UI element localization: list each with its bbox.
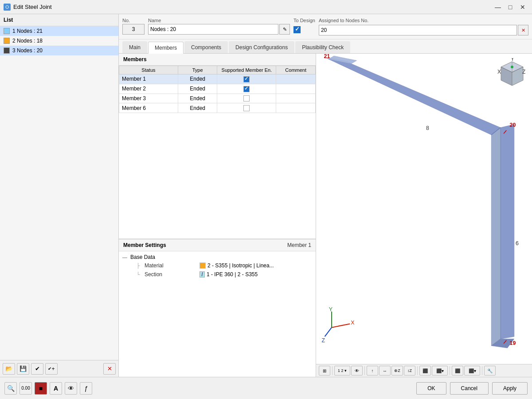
material-color-swatch bbox=[200, 262, 206, 269]
view-btn-123[interactable]: 1 2 ▾ bbox=[334, 366, 350, 376]
member-type: Ended bbox=[178, 74, 217, 84]
search-button[interactable]: 🔍 bbox=[4, 382, 17, 395]
func-button[interactable]: ƒ bbox=[80, 382, 92, 395]
cancel-button[interactable]: Cancel bbox=[450, 382, 489, 395]
toolbar-separator bbox=[450, 366, 450, 375]
apply-button[interactable]: Apply bbox=[492, 382, 528, 395]
table-row[interactable]: Member 3 Ended bbox=[119, 94, 316, 103]
svg-text:Y: Y bbox=[329, 306, 332, 313]
view-btn-settings1[interactable]: ⬛ bbox=[452, 366, 463, 376]
to-design-checkbox[interactable] bbox=[293, 26, 301, 33]
check2-button[interactable]: ✔+ bbox=[45, 363, 58, 375]
member-supported[interactable] bbox=[217, 84, 276, 94]
tree-children: ├ Material 2 - S355 | Isotropic | Linea.… bbox=[119, 261, 316, 279]
color-button[interactable]: ■ bbox=[35, 382, 47, 395]
edit-name-button[interactable]: ✎ bbox=[279, 24, 290, 35]
minimize-button[interactable]: — bbox=[492, 2, 504, 12]
to-design-label: To Design bbox=[293, 18, 315, 23]
material-value: 2 - S355 | Isotropic | Linea... bbox=[207, 262, 274, 269]
tab-main[interactable]: Main bbox=[122, 41, 147, 53]
view-btn-z[interactable]: ⊕Z bbox=[391, 366, 403, 376]
maximize-button[interactable]: □ bbox=[505, 2, 516, 12]
section-row[interactable]: └ Section I 1 - IPE 360 | 2 - S355 bbox=[133, 270, 316, 279]
member-supported[interactable] bbox=[217, 74, 276, 84]
material-row[interactable]: ├ Material 2 - S355 | Isotropic | Linea.… bbox=[133, 261, 316, 270]
delete-button[interactable]: ✕ bbox=[103, 363, 116, 375]
member-type: Ended bbox=[178, 103, 217, 113]
list-item-label-2: 2 Nodes : 18 bbox=[12, 38, 43, 44]
member-settings-selected: Member 1 bbox=[287, 242, 311, 248]
view-btn-wrench[interactable]: 🔧 bbox=[484, 366, 496, 376]
name-input[interactable] bbox=[148, 24, 278, 35]
section-label: Section bbox=[145, 271, 198, 278]
view-btn-lr[interactable]: ↔ bbox=[379, 366, 391, 376]
tree-branch-icon: └ bbox=[137, 272, 143, 277]
node-label-20: 20 bbox=[510, 122, 516, 128]
save-button[interactable]: 💾 bbox=[17, 363, 29, 375]
member-settings-content: — Base Data ├ Material 2 - S355 | Isotro… bbox=[119, 251, 316, 377]
view-btn-settings2[interactable]: ⬛▾ bbox=[464, 366, 480, 376]
tab-plausibility-check[interactable]: Plausibility Check bbox=[295, 41, 350, 53]
top-fields: No. Name ✎ To Design As bbox=[119, 14, 532, 39]
list-items: 1 Nodes : 21 2 Nodes : 18 3 Nodes : 20 bbox=[0, 26, 118, 360]
list-item-label-3: 3 Nodes : 20 bbox=[12, 47, 43, 54]
view-3d[interactable]: 21 8 20 6 19 bbox=[316, 54, 532, 364]
member-supported[interactable] bbox=[217, 94, 276, 103]
svg-text:Z: Z bbox=[321, 337, 325, 344]
tab-members[interactable]: Members bbox=[148, 42, 184, 54]
view-btn-up[interactable]: ↑ bbox=[367, 366, 378, 376]
list-item[interactable]: 1 Nodes : 21 bbox=[0, 26, 118, 36]
assigned-clear-button[interactable]: ✕ bbox=[518, 25, 528, 35]
name-label: Name bbox=[148, 18, 290, 23]
toolbar-separator bbox=[332, 366, 332, 375]
node-label-19: 19 bbox=[510, 340, 516, 346]
view-btn-eye[interactable]: 👁 bbox=[351, 366, 363, 376]
view-btn-home[interactable]: ⊞ bbox=[319, 366, 330, 376]
no-label: No. bbox=[122, 18, 145, 23]
list-item[interactable]: 2 Nodes : 18 bbox=[0, 36, 118, 46]
tree-branch-icon: ├ bbox=[137, 263, 143, 268]
num-button[interactable]: 0.00 bbox=[20, 382, 32, 395]
close-button[interactable]: ✕ bbox=[517, 2, 528, 12]
table-row[interactable]: Member 1 Ended bbox=[119, 74, 316, 84]
view-btn-tz[interactable]: ↕Z bbox=[404, 366, 415, 376]
tabs-row: Main Members Components Design Configura… bbox=[119, 39, 532, 54]
member-name: Member 3 bbox=[119, 94, 178, 103]
list-item[interactable]: 3 Nodes : 20 bbox=[0, 46, 118, 55]
collapse-icon[interactable]: — bbox=[122, 254, 129, 260]
view-btn-render1[interactable]: ⬛ bbox=[419, 366, 431, 376]
svg-marker-4 bbox=[491, 128, 501, 346]
open-button[interactable]: 📂 bbox=[3, 363, 15, 375]
table-row[interactable]: Member 6 Ended bbox=[119, 103, 316, 113]
check-button[interactable]: ✔ bbox=[31, 363, 43, 375]
cube-widget[interactable]: Y X Z bbox=[497, 58, 528, 89]
member-type: Ended bbox=[178, 94, 217, 103]
view-button[interactable]: 👁 bbox=[65, 382, 77, 395]
table-row[interactable]: Member 2 Ended bbox=[119, 84, 316, 94]
view-btn-render2[interactable]: ⬛▾ bbox=[432, 366, 448, 376]
no-input[interactable] bbox=[122, 24, 145, 35]
material-label: Material bbox=[145, 262, 198, 269]
members-section-header: Members bbox=[119, 54, 316, 66]
text-button[interactable]: A bbox=[50, 382, 62, 395]
member-supported[interactable] bbox=[217, 103, 276, 113]
base-data-row[interactable]: — Base Data bbox=[119, 253, 316, 261]
member-settings-header: Member Settings Member 1 bbox=[119, 239, 316, 251]
assigned-input[interactable] bbox=[319, 25, 517, 35]
toolbar-separator bbox=[417, 366, 418, 375]
svg-text:X: X bbox=[351, 320, 354, 326]
node-label-21: 21 bbox=[324, 54, 330, 59]
node-label-6: 6 bbox=[516, 240, 519, 246]
member-type: Ended bbox=[178, 84, 217, 94]
members-table-wrapper: Status Type Supported Member En. Comment… bbox=[119, 66, 316, 113]
list-item-label-1: 1 Nodes : 21 bbox=[12, 28, 43, 34]
svg-text:X: X bbox=[497, 69, 501, 75]
title-bar: ⬡ Edit Steel Joint — □ ✕ bbox=[0, 0, 532, 14]
tab-components[interactable]: Components bbox=[184, 41, 228, 53]
section-value: 1 - IPE 360 | 2 - S355 bbox=[207, 271, 258, 278]
tab-design-configurations[interactable]: Design Configurations bbox=[229, 41, 294, 53]
scene-container: 21 8 20 6 19 bbox=[316, 54, 532, 364]
svg-point-25 bbox=[511, 66, 513, 68]
base-data-label: Base Data bbox=[130, 254, 155, 260]
ok-button[interactable]: OK bbox=[416, 382, 446, 395]
